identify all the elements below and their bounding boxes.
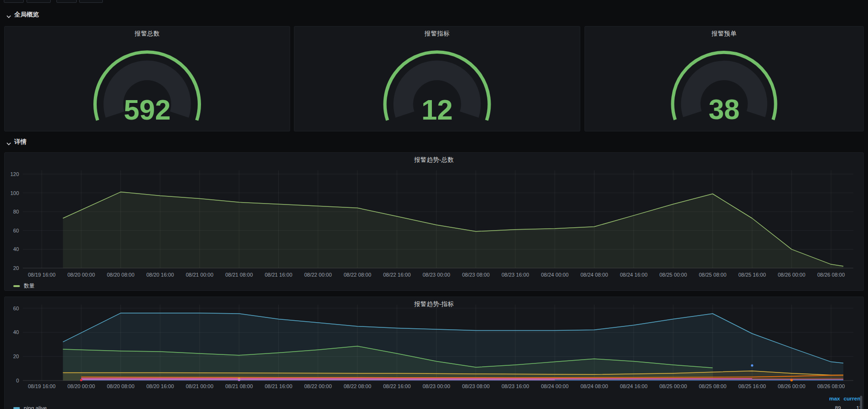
svg-text:08/25 00:00: 08/25 00:00 — [659, 272, 687, 278]
template-variable-stub[interactable] — [56, 0, 77, 3]
gauge-total-alerts: 592 — [5, 27, 290, 131]
svg-text:08/23 00:00: 08/23 00:00 — [422, 383, 450, 389]
legend-scrollbar[interactable] — [860, 396, 862, 409]
section-header-overview[interactable]: 全局概览 — [6, 10, 39, 19]
svg-text:08/25 08:00: 08/25 08:00 — [699, 272, 726, 278]
svg-text:08/21 08:00: 08/21 08:00 — [225, 383, 253, 389]
legend-label: ping alive — [24, 405, 47, 409]
svg-text:08/21 00:00: 08/21 00:00 — [186, 383, 213, 389]
template-variable-stub[interactable] — [4, 0, 24, 3]
svg-text:08/20 08:00: 08/20 08:00 — [107, 272, 134, 278]
gauge-alert-metrics: 12 — [294, 27, 580, 131]
svg-text:08/26 00:00: 08/26 00:00 — [778, 272, 805, 278]
legend-swatch — [13, 407, 20, 409]
svg-text:100: 100 — [10, 190, 19, 196]
svg-text:08/22 16:00: 08/22 16:00 — [383, 272, 411, 278]
section-header-details[interactable]: 详情 — [6, 138, 27, 146]
svg-text:08/20 16:00: 08/20 16:00 — [146, 272, 174, 278]
svg-text:120: 120 — [10, 171, 19, 177]
svg-text:08/22 00:00: 08/22 00:00 — [304, 383, 332, 389]
svg-text:08/26 08:00: 08/26 08:00 — [817, 383, 845, 389]
template-variable-stub[interactable] — [27, 0, 51, 3]
svg-text:08/22 16:00: 08/22 16:00 — [383, 383, 411, 389]
svg-text:08/19 16:00: 08/19 16:00 — [28, 383, 55, 389]
svg-text:60: 60 — [13, 228, 19, 233]
svg-text:08/20 00:00: 08/20 00:00 — [67, 272, 95, 278]
section-title: 详情 — [14, 138, 27, 146]
svg-text:40: 40 — [13, 329, 19, 335]
svg-text:08/26 00:00: 08/26 00:00 — [778, 383, 805, 389]
svg-text:20: 20 — [13, 353, 19, 359]
legend-item[interactable]: 数量 — [13, 282, 35, 289]
legend-label: 数量 — [24, 282, 35, 289]
svg-text:12: 12 — [421, 94, 453, 126]
gauge-panel-preorders: 报警预单 38 — [585, 26, 864, 131]
svg-text:08/22 00:00: 08/22 00:00 — [304, 272, 332, 278]
legend-column-max[interactable]: max — [829, 396, 840, 401]
svg-text:60: 60 — [13, 306, 19, 311]
legend-max-value: 89 — [835, 405, 841, 409]
svg-text:08/25 00:00: 08/25 00:00 — [659, 383, 687, 389]
svg-text:08/22 08:00: 08/22 08:00 — [344, 272, 371, 278]
svg-text:08/21 16:00: 08/21 16:00 — [265, 272, 292, 278]
svg-text:0: 0 — [16, 378, 19, 383]
svg-text:08/19 16:00: 08/19 16:00 — [28, 272, 55, 278]
legend-item[interactable]: ping alive — [13, 405, 47, 409]
gauge-panel-total: 报警总数 592 — [4, 26, 290, 131]
svg-text:08/25 16:00: 08/25 16:00 — [738, 383, 766, 389]
svg-text:08/23 08:00: 08/23 08:00 — [462, 272, 490, 278]
svg-text:80: 80 — [13, 209, 19, 214]
svg-text:38: 38 — [709, 94, 740, 125]
svg-text:08/23 16:00: 08/23 16:00 — [502, 272, 529, 278]
svg-text:08/23 16:00: 08/23 16:00 — [502, 383, 529, 389]
svg-text:08/24 16:00: 08/24 16:00 — [620, 383, 648, 389]
chart-panel-alert-trend-total: 报警趋势-总数 2040608010012008/19 16:0008/20 0… — [4, 152, 864, 291]
chevron-down-icon — [6, 13, 11, 17]
section-title: 全局概览 — [14, 10, 39, 19]
svg-text:592: 592 — [124, 94, 171, 126]
svg-text:08/24 16:00: 08/24 16:00 — [620, 272, 648, 278]
svg-text:08/22 08:00: 08/22 08:00 — [344, 383, 371, 389]
svg-text:08/24 08:00: 08/24 08:00 — [580, 272, 608, 278]
svg-text:08/23 00:00: 08/23 00:00 — [422, 272, 450, 278]
time-series-plot[interactable]: 2040608010012008/19 16:0008/20 00:0008/2… — [5, 153, 864, 293]
time-series-plot[interactable]: 020406008/19 16:0008/20 00:0008/20 08:00… — [5, 297, 864, 409]
svg-text:08/24 00:00: 08/24 00:00 — [541, 383, 568, 389]
template-variable-stub[interactable] — [79, 0, 103, 3]
gauge-alert-preorders: 38 — [585, 27, 863, 131]
svg-text:40: 40 — [13, 246, 19, 252]
svg-text:08/24 00:00: 08/24 00:00 — [541, 272, 568, 278]
chart-panel-alert-trend-metrics: 报警趋势-指标 020406008/19 16:0008/20 00:0008/… — [4, 297, 864, 409]
svg-text:08/20 16:00: 08/20 16:00 — [146, 383, 174, 389]
chevron-down-icon — [6, 140, 11, 144]
svg-text:08/21 08:00: 08/21 08:00 — [225, 272, 253, 278]
svg-text:08/21 00:00: 08/21 00:00 — [186, 272, 213, 278]
svg-text:08/23 08:00: 08/23 08:00 — [462, 383, 490, 389]
legend-swatch — [13, 285, 20, 287]
svg-text:08/26 08:00: 08/26 08:00 — [817, 272, 845, 278]
gauge-panel-metrics: 报警指标 12 — [294, 26, 580, 131]
svg-text:08/20 08:00: 08/20 08:00 — [107, 383, 134, 389]
svg-text:08/21 16:00: 08/21 16:00 — [265, 383, 292, 389]
svg-text:08/25 16:00: 08/25 16:00 — [738, 272, 766, 278]
svg-text:20: 20 — [13, 265, 19, 271]
svg-text:08/24 08:00: 08/24 08:00 — [580, 383, 608, 389]
svg-text:08/25 08:00: 08/25 08:00 — [699, 383, 726, 389]
svg-text:08/20 00:00: 08/20 00:00 — [67, 383, 95, 389]
